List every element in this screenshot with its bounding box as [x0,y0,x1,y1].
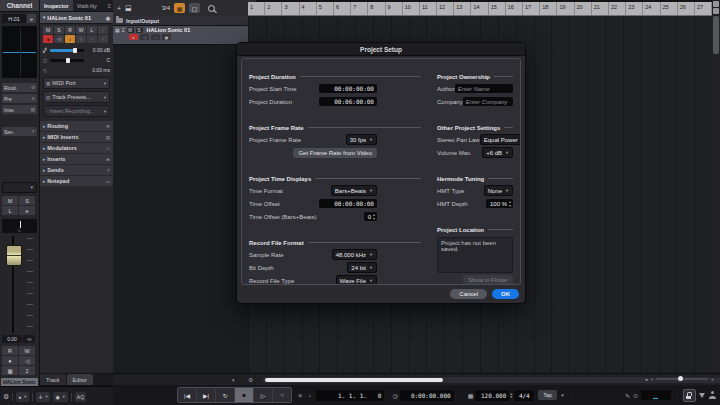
time-field[interactable]: 00:00:00:00 [319,199,377,208]
ruler-bar[interactable]: 23 [626,2,643,15]
auto-quantize-button[interactable]: AQ [75,392,86,402]
track-solo-button[interactable]: S [136,27,143,33]
ruler-bar[interactable]: 7 [351,2,368,15]
ruler-bar[interactable]: 2 [265,2,282,15]
tab-editor[interactable]: Editor [67,374,93,385]
track-extra-button-1[interactable]: ▫ [151,34,160,40]
chevron-down-icon[interactable]: ▼ [560,393,564,398]
channel-fader[interactable] [2,236,37,333]
time-field[interactable]: 00:00:00:00 [319,84,377,93]
ruler-bar[interactable]: 12 [437,2,454,15]
tempo-track-icon[interactable]: ▦ [468,392,474,399]
ruler-bar[interactable]: 22 [609,2,626,15]
ruler-bar[interactable]: 5 [317,2,334,15]
track-visibility-icon[interactable]: ⬓ [125,4,132,12]
channel-edit-button[interactable]: e [19,206,35,215]
snap-button[interactable]: ▦ [174,3,185,13]
time-signature-display[interactable]: 4/4 [514,390,534,401]
zoom-slider-handle[interactable] [678,376,683,381]
extra-button-2[interactable]: ▫ [98,35,108,43]
tab-track[interactable]: Track [40,374,66,385]
dropdown[interactable]: Wave File▼ [336,275,377,285]
dropdown[interactable]: 48.000 kHz▼ [332,249,377,260]
midi-channel-value[interactable]: 2 [19,366,35,375]
midi-port-row[interactable]: ▦ MIDI Port ▼ [43,77,110,89]
dropdown[interactable]: Bars+Beats▼ [331,185,377,196]
stepper[interactable]: 0▴▾ [364,212,377,221]
track-presets-row[interactable]: ▤ Track Presets... ▼ [43,91,110,103]
channel-listen-button[interactable]: L [2,206,18,215]
peak-value[interactable]: -∞ [23,335,35,343]
edit-instrument-icon[interactable]: ◉ [106,15,110,21]
tap-tempo-button[interactable]: Tap [538,390,557,400]
record-enable-button[interactable]: ● [43,35,53,43]
transport-dot-icon[interactable]: ◉ [298,392,302,398]
folder-track-row[interactable]: Input/Output [113,16,248,26]
ruler-bar[interactable]: 16 [506,2,523,15]
gear-icon[interactable]: ⚙ [248,376,253,383]
channel-mute-button[interactable]: M [2,196,18,205]
track-mute-button[interactable]: M [127,27,134,33]
gear-icon[interactable]: ⚙ [3,393,9,401]
show-in-finder-button[interactable]: Show in Finder [463,275,513,285]
zoom-slider[interactable] [656,378,708,380]
track-s-button[interactable]: S [54,26,64,34]
channel-read-button[interactable]: R [2,346,18,355]
cycle-button[interactable]: ↻ [216,388,235,402]
dropdown[interactable]: 24 bit▼ [347,262,377,273]
ruler-bar[interactable]: 20 [575,2,592,15]
quantize-select[interactable]: ●▼ [16,392,29,402]
go-to-end-button[interactable]: ▶| [197,388,216,402]
inspector-menu-icon[interactable]: ≡ [105,0,113,11]
stop-button[interactable]: ■ [235,388,254,402]
fader-handle[interactable] [6,245,22,266]
inspector-section-modulators[interactable]: ▸Modulators∿ [40,143,113,153]
ruler-bar[interactable]: 15 [489,2,506,15]
channel-pan-control[interactable]: C [2,219,37,233]
vertical-scrollbar[interactable] [712,0,720,373]
pan-value[interactable]: C [86,57,110,63]
lock-button[interactable] [683,389,696,402]
monitor-button[interactable]: ◁ [54,35,64,43]
timeline-ruler[interactable]: 1234567891011121314151617181920212223242… [248,2,712,16]
inspector-section-notepad[interactable]: ▸Notepad▭ [40,176,113,186]
dropdown[interactable]: +6 dB▼ [482,147,513,158]
chevron-down-icon[interactable]: ▾ [232,377,235,383]
tempo-stepper[interactable]: ▴▾ [510,392,512,398]
ruler-bar[interactable]: 14 [471,2,488,15]
horizontal-scroll-thumb[interactable] [265,378,443,382]
channel-write-button[interactable]: W [19,346,35,355]
volume-slider[interactable] [50,49,84,52]
magnifier-icon[interactable] [208,5,215,12]
length-select[interactable]: ◉▼ [53,392,67,402]
channel-tab[interactable]: Channel [0,0,39,12]
vertical-scroll-thumb[interactable] [713,16,719,54]
dialog-title[interactable]: Project Setup [237,43,525,56]
dropdown[interactable]: 30 fps▼ [346,134,377,145]
get-frame-rate-button[interactable]: Get Frame Rate from Video [293,148,377,158]
ruler-bar[interactable]: 27 [695,2,712,15]
crosshair-select[interactable]: ✛▼ [36,392,50,402]
performance-meter[interactable] [641,390,671,400]
ruler-bar[interactable]: 25 [661,2,678,15]
channel-quick-sen[interactable]: Sen.⇗ [2,127,37,136]
dropdown[interactable]: Equal Power▼ [480,134,521,145]
toolbar-counter[interactable]: 3/4 [162,5,170,11]
instrument-track-row[interactable]: ▦ 2 M S HALion Sonic 01 ● ◁ ▫ ▣ [113,26,248,45]
ruler-bar[interactable]: 13 [454,2,471,15]
track-w-button[interactable]: W [76,26,86,34]
track-extra-button-2[interactable]: ▣ [162,34,171,40]
go-to-start-button[interactable]: |◀ [178,388,197,402]
inspector-section-midi-inserts[interactable]: ▸MIDI Inserts▤ [40,132,113,142]
insert-recording-row[interactable]: ◦ Insert Recording... ▼ [43,105,110,117]
ruler-bar[interactable]: 24 [643,2,660,15]
zoom-out-icon[interactable]: ▪ [651,376,653,382]
volume-value[interactable]: 0.00 dB [86,47,110,53]
extra-button-1[interactable]: ▫ [87,35,97,43]
track-m-button[interactable]: M [43,26,53,34]
ruler-bar[interactable]: 21 [592,2,609,15]
delay-value[interactable]: 0.00 ms [86,67,110,73]
scroll-up-button[interactable] [713,1,719,7]
tempo-display[interactable]: 120.000 [475,390,509,401]
track-l-button[interactable]: L [87,26,97,34]
